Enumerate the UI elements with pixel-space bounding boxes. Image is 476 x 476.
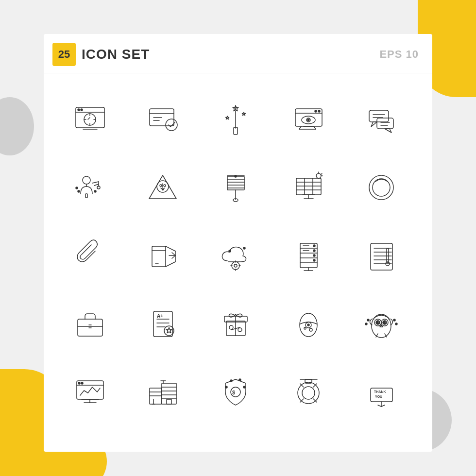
header-left: 25 ICON SET: [52, 43, 150, 66]
svg-line-84: [166, 262, 175, 267]
svg-line-193: [381, 405, 385, 407]
svg-point-160: [81, 382, 83, 384]
thermometer-report-icon[interactable]: [350, 224, 413, 287]
icon-count-badge: 25: [52, 43, 76, 66]
svg-marker-36: [385, 129, 391, 133]
svg-line-77: [321, 173, 322, 174]
stock-monitor-icon[interactable]: [58, 360, 121, 423]
magic-wand-icon[interactable]: [204, 88, 267, 151]
svg-point-101: [313, 245, 315, 247]
grade-report-icon[interactable]: A+: [131, 292, 194, 355]
svg-point-131: [229, 325, 233, 329]
svg-point-176: [230, 380, 232, 382]
svg-point-145: [377, 321, 379, 323]
svg-line-31: [314, 126, 316, 129]
svg-line-44: [92, 182, 99, 183]
svg-point-151: [365, 323, 367, 325]
svg-text:A+: A+: [157, 313, 163, 319]
svg-point-181: [302, 387, 315, 399]
svg-rect-162: [162, 383, 176, 404]
paperclip-icon[interactable]: [58, 224, 121, 287]
svg-point-89: [234, 264, 237, 267]
svg-text:YOU: YOU: [375, 395, 382, 398]
bg-gray-left: [0, 97, 34, 155]
svg-marker-127: [166, 327, 172, 333]
svg-marker-19: [225, 116, 229, 119]
svg-text:$: $: [232, 390, 235, 395]
card-header: 25 ICON SET EPS 10: [44, 34, 432, 73]
svg-point-49: [94, 190, 96, 192]
ring-icon[interactable]: [350, 156, 413, 219]
svg-rect-43: [85, 194, 87, 198]
svg-line-30: [299, 126, 301, 129]
warning-face-icon[interactable]: [131, 156, 194, 219]
main-card: 25 ICON SET EPS 10: [44, 34, 432, 452]
svg-point-75: [316, 173, 321, 178]
solar-panel-icon[interactable]: [277, 156, 340, 219]
server-rack-icon[interactable]: [277, 224, 340, 287]
svg-point-15: [166, 119, 177, 131]
svg-point-29: [318, 110, 320, 112]
web-performance-icon[interactable]: [58, 88, 121, 151]
svg-rect-171: [167, 399, 171, 404]
svg-point-41: [83, 176, 90, 184]
svg-point-136: [307, 324, 309, 326]
svg-point-132: [238, 328, 242, 332]
svg-point-138: [309, 328, 312, 331]
svg-point-104: [313, 259, 315, 261]
briefcase-icon[interactable]: [58, 292, 121, 355]
svg-point-28: [315, 110, 317, 112]
svg-point-180: [298, 382, 319, 404]
icon-grid: A+: [44, 73, 432, 438]
svg-rect-115: [387, 248, 389, 263]
svg-line-47: [94, 184, 99, 186]
svg-marker-20: [242, 112, 245, 116]
security-shield-icon[interactable]: $: [204, 360, 267, 423]
page-title: ICON SET: [82, 47, 150, 62]
svg-rect-35: [377, 118, 393, 129]
svg-point-146: [384, 321, 386, 323]
svg-marker-34: [371, 122, 377, 127]
svg-point-88: [232, 262, 239, 270]
city-buildings-icon[interactable]: [131, 360, 194, 423]
entrance-exit-icon[interactable]: [131, 224, 194, 287]
window-blind-icon[interactable]: [204, 156, 267, 219]
svg-point-55: [160, 185, 162, 187]
svg-point-139: [304, 327, 306, 329]
easter-egg-icon[interactable]: [277, 292, 340, 355]
owl-icon[interactable]: [350, 292, 413, 355]
svg-point-178: [243, 386, 245, 388]
svg-line-83: [166, 246, 175, 251]
chat-bubbles-icon[interactable]: [350, 88, 413, 151]
svg-point-179: [225, 386, 227, 388]
lifebuoy-icon[interactable]: [277, 360, 340, 423]
svg-point-102: [313, 250, 315, 252]
svg-point-50: [76, 187, 78, 189]
cloud-settings-icon[interactable]: [204, 224, 267, 287]
svg-point-63: [235, 175, 237, 177]
svg-point-10: [81, 109, 83, 111]
svg-point-95: [243, 247, 245, 249]
eps-label: EPS 10: [379, 48, 419, 61]
svg-point-153: [395, 323, 397, 325]
svg-line-192: [378, 405, 381, 407]
svg-rect-109: [371, 243, 392, 270]
svg-line-7: [88, 118, 90, 119]
svg-point-152: [393, 319, 395, 321]
svg-point-56: [164, 185, 166, 187]
svg-rect-33: [369, 110, 389, 122]
svg-rect-81: [152, 246, 166, 267]
svg-text:THANK: THANK: [374, 390, 386, 393]
svg-rect-66: [296, 178, 321, 195]
singer-music-icon[interactable]: [58, 156, 121, 219]
svg-point-177: [239, 379, 241, 381]
thank-you-sign-icon[interactable]: THANK YOU: [350, 360, 413, 423]
svg-point-94: [229, 250, 231, 252]
svg-point-9: [78, 109, 80, 111]
eye-monitor-icon[interactable]: [277, 88, 340, 151]
gift-discount-icon[interactable]: [204, 292, 267, 355]
svg-point-48: [78, 190, 80, 192]
svg-point-26: [307, 119, 309, 121]
svg-point-150: [367, 319, 369, 321]
payment-check-icon[interactable]: [131, 88, 194, 151]
